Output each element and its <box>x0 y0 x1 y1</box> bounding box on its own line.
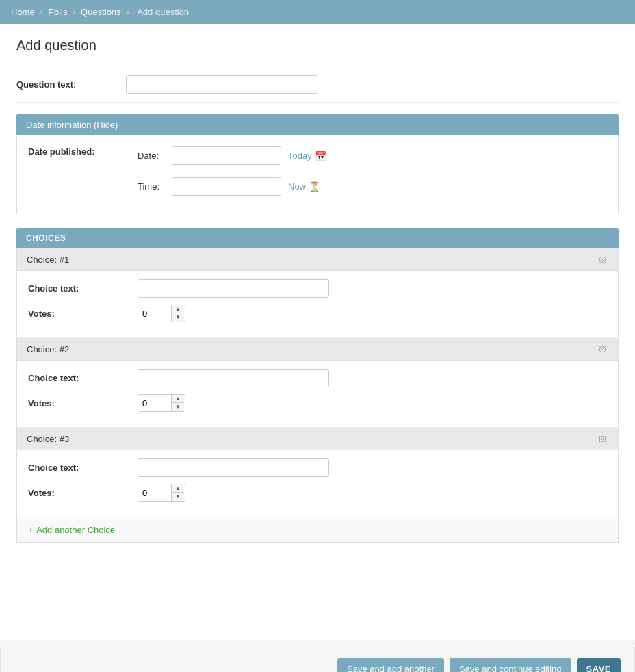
choice-3-votes-down[interactable]: ▼ <box>172 493 184 501</box>
clock-icon[interactable]: ⏳ <box>309 181 320 192</box>
breadcrumb-polls[interactable]: Polls <box>48 7 67 17</box>
choice-1-votes-spinner[interactable]: ▲ ▼ <box>138 305 185 322</box>
calendar-icon[interactable]: 📅 <box>315 151 326 161</box>
breadcrumb-home[interactable]: Home <box>11 7 35 17</box>
question-text-row: Question text: <box>16 67 619 103</box>
breadcrumb-questions[interactable]: Questions <box>81 7 121 17</box>
choice-2-votes-down[interactable]: ▼ <box>172 403 184 411</box>
save-button[interactable]: SAVE <box>577 658 621 672</box>
choice-1-text-input[interactable] <box>138 279 329 298</box>
choice-1: Choice: #1 ⦻ Choice text: Votes: ▲ <box>17 248 618 338</box>
save-add-another-button[interactable]: Save and add another <box>337 658 444 672</box>
save-continue-button[interactable]: Save and continue editing <box>450 658 571 672</box>
page-title: Add question <box>16 38 619 53</box>
date-label: Date: <box>138 151 172 161</box>
now-link[interactable]: Now <box>288 181 306 192</box>
breadcrumb-current: Add question <box>137 7 189 17</box>
choices-header: CHOICES <box>16 228 619 248</box>
question-text-section: Question text: <box>16 67 619 103</box>
question-text-label: Question text: <box>16 79 126 90</box>
choice-1-text-row: Choice text: <box>28 279 607 298</box>
choice-2-votes-input[interactable] <box>138 396 171 411</box>
choice-2-label: Choice: #2 <box>27 344 69 354</box>
choice-3-body: Choice text: Votes: ▲ ▼ <box>17 450 618 517</box>
question-text-input[interactable] <box>126 75 318 94</box>
choice-2-text-label: Choice text: <box>28 373 138 383</box>
choice-1-body: Choice text: Votes: ▲ ▼ <box>17 271 618 338</box>
choice-3-text-input[interactable] <box>138 458 329 477</box>
choice-2-votes-up[interactable]: ▲ <box>172 395 184 403</box>
choice-3-spinner-arrows: ▲ ▼ <box>171 484 184 501</box>
choice-2: Choice: #2 ⦻ Choice text: Votes: ▲ <box>17 338 618 428</box>
choice-3-votes-input[interactable] <box>138 485 171 501</box>
breadcrumb: Home › Polls › Questions › Add question <box>0 0 635 24</box>
choice-2-votes-spinner[interactable]: ▲ ▼ <box>138 394 185 412</box>
choice-2-spinner-arrows: ▲ ▼ <box>171 395 184 411</box>
choices-title: CHOICES <box>26 233 66 243</box>
choice-2-votes-label: Votes: <box>28 398 138 409</box>
choice-1-votes-up[interactable]: ▲ <box>172 305 184 313</box>
date-fields: Date: Today 📅 Time: Now ⏳ <box>138 146 326 203</box>
time-input[interactable] <box>172 177 281 196</box>
add-another-link[interactable]: +Add another Choice <box>28 525 115 535</box>
date-input[interactable] <box>172 146 281 165</box>
add-another-row: +Add another Choice <box>17 517 618 542</box>
choices-section: CHOICES Choice: #1 ⦻ Choice text: Votes: <box>16 228 619 543</box>
choice-2-votes-row: Votes: ▲ ▼ <box>28 394 607 412</box>
date-section-title: Date information (Hide) <box>26 120 118 130</box>
choice-3-text-label: Choice text: <box>28 463 138 473</box>
choice-1-votes-input[interactable] <box>138 306 171 322</box>
choice-3-header: Choice: #3 ⦻ <box>17 428 618 450</box>
date-section: Date information (Hide) Date published: … <box>16 114 619 214</box>
choice-2-body: Choice text: Votes: ▲ ▼ <box>17 361 618 428</box>
time-label: Time: <box>138 181 172 192</box>
choice-3-votes-label: Votes: <box>28 488 138 498</box>
choice-3-label: Choice: #3 <box>27 434 69 444</box>
main-content: Add question Question text: Date informa… <box>0 24 635 640</box>
choice-2-text-input[interactable] <box>138 369 329 387</box>
choice-1-votes-row: Votes: ▲ ▼ <box>28 305 607 322</box>
choices-container: Choice: #1 ⦻ Choice text: Votes: ▲ <box>16 248 619 543</box>
choice-3-text-row: Choice text: <box>28 458 607 477</box>
choice-1-votes-down[interactable]: ▼ <box>172 313 184 322</box>
plus-icon: + <box>28 524 34 535</box>
choice-1-spinner-arrows: ▲ ▼ <box>171 305 184 322</box>
choice-3-votes-row: Votes: ▲ ▼ <box>28 484 607 502</box>
choice-3-votes-spinner[interactable]: ▲ ▼ <box>138 484 185 502</box>
choice-1-remove-icon[interactable]: ⦻ <box>597 254 608 265</box>
time-row: Time: Now ⏳ <box>138 177 326 196</box>
date-row: Date: Today 📅 <box>138 146 326 165</box>
date-published-label: Date published: <box>28 146 138 157</box>
choice-1-votes-label: Votes: <box>28 309 138 319</box>
choice-1-label: Choice: #1 <box>27 255 69 265</box>
choice-2-text-row: Choice text: <box>28 369 607 387</box>
choice-3-remove-icon[interactable]: ⦻ <box>597 433 608 444</box>
date-section-content: Date published: Date: Today 📅 Time: Now <box>16 135 619 214</box>
date-section-header[interactable]: Date information (Hide) <box>16 114 619 135</box>
choice-1-header: Choice: #1 ⦻ <box>17 248 618 271</box>
choice-2-remove-icon[interactable]: ⦻ <box>597 344 608 354</box>
today-link[interactable]: Today <box>288 151 312 161</box>
date-published-row: Date published: Date: Today 📅 Time: Now <box>28 146 607 203</box>
choice-3-votes-up[interactable]: ▲ <box>172 484 184 493</box>
footer-actions: Save and add another Save and continue e… <box>0 647 635 672</box>
choice-1-text-label: Choice text: <box>28 283 138 294</box>
choice-2-header: Choice: #2 ⦻ <box>17 338 618 361</box>
choice-3: Choice: #3 ⦻ Choice text: Votes: ▲ <box>17 428 618 517</box>
